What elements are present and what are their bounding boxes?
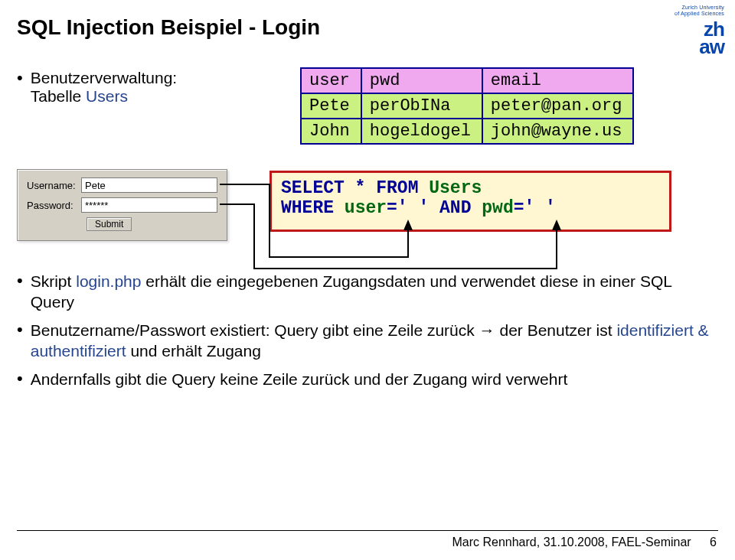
b2-post: und erhält Zugang [126,342,261,360]
intro-line1: Benutzerverwaltung: [31,69,177,86]
intro-line2-emph: Users [86,87,128,105]
users-table: user pwd email Pete perObINa peter@pan.o… [300,67,634,145]
table-header-row: user pwd email [301,68,633,93]
table-row: John hogeldogel john@wayne.us [301,119,633,144]
logo-uni-line2: of Applied Sciences [675,11,724,17]
submit-button[interactable]: Submit [87,217,132,231]
th-user: user [301,68,361,93]
password-label: Password: [27,200,77,211]
bullet-1: Skript login.php erhält die eingegebenen… [17,272,718,313]
username-input[interactable] [81,177,217,193]
intro-line2-pre: Tabelle [31,87,86,105]
slide-title: SQL Injection Beispiel - Login [17,15,718,40]
sql-l1b: Users [429,178,482,198]
zhaw-logo: Zurich University of Applied Sciences zh… [675,5,724,59]
sql-query-box: SELECT * FROM Users WHERE user=' ' AND p… [270,171,671,232]
b3-text: Andernfalls gibt die Query keine Zeile z… [31,370,568,390]
footer-text: Marc Rennhard, 31.10.2008, FAEL-Seminar [452,536,691,549]
bullet-2: Benutzername/Passwort existiert: Query g… [17,321,718,362]
username-label: Username: [27,180,77,191]
sql-l2d: pwd [482,198,513,218]
logo-aw: aw [675,35,724,59]
b2-pre: Benutzername/Passwort existiert: Query g… [31,321,617,339]
bullet-3: Andernfalls gibt die Query keine Zeile z… [17,370,718,390]
th-pwd: pwd [361,68,482,93]
logo-uni-line1: Zurich University [675,5,724,11]
sql-l2b: user [345,198,387,218]
th-email: email [482,68,634,93]
intro-bullet: Benutzerverwaltung: Tabelle Users [17,69,277,106]
page-number: 6 [710,536,717,549]
sql-l2c: =' ' AND [387,198,482,218]
password-input[interactable] [81,197,217,213]
sql-l2e: =' ' [514,198,556,218]
b1-em: login.php [76,272,141,290]
sql-l1a: SELECT * FROM [281,178,429,198]
sql-l2a: WHERE [281,198,345,218]
b1-pre: Skript [31,272,77,290]
login-form: Username: Password: Submit [17,169,227,241]
table-row: Pete perObINa peter@pan.org [301,93,633,119]
footer: Marc Rennhard, 31.10.2008, FAEL-Seminar … [452,536,717,549]
footer-rule [17,530,718,531]
